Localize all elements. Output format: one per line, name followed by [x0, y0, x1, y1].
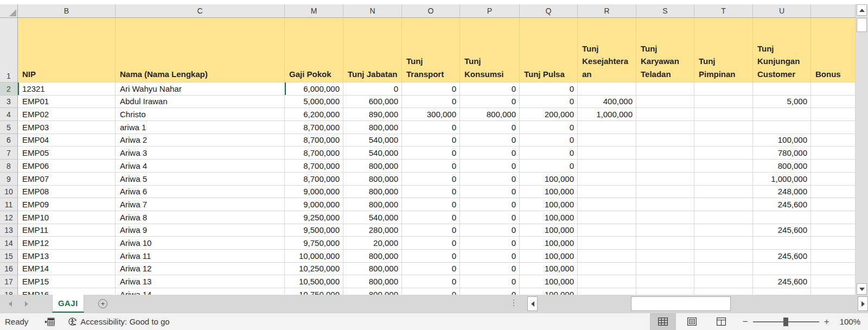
- cell-B5[interactable]: EMP03: [18, 121, 116, 134]
- column-header-Q[interactable]: Q: [520, 4, 578, 18]
- cell-R5[interactable]: [578, 121, 636, 134]
- cell-P14[interactable]: 0: [460, 237, 520, 250]
- cell-B4[interactable]: EMP02: [18, 108, 116, 121]
- scroll-right-button[interactable]: [858, 296, 868, 311]
- cell-V4[interactable]: [811, 108, 856, 121]
- cell-R10[interactable]: [578, 186, 636, 199]
- cell-Q12[interactable]: 100,000: [520, 211, 578, 224]
- cell-T9[interactable]: [694, 173, 753, 186]
- column-header-C[interactable]: C: [116, 4, 285, 18]
- cell-P13[interactable]: 0: [460, 224, 520, 237]
- cell-P8[interactable]: 0: [460, 160, 520, 173]
- cell-C14[interactable]: Ariwa 10: [116, 237, 285, 250]
- row-header-2[interactable]: 2: [0, 82, 18, 96]
- cell-P6[interactable]: 0: [460, 134, 520, 147]
- cell-C10[interactable]: Ariwa 6: [116, 186, 285, 199]
- cell-S10[interactable]: [636, 186, 694, 199]
- row-header-8[interactable]: 8: [0, 160, 18, 173]
- cell-U1[interactable]: Tunj Kunjungan Customer: [753, 18, 811, 82]
- cell-O13[interactable]: 0: [402, 224, 460, 237]
- cell-C4[interactable]: Christo: [116, 108, 285, 121]
- cell-S5[interactable]: [636, 121, 694, 134]
- cell-N7[interactable]: 540,000: [343, 147, 402, 160]
- cell-V8[interactable]: [811, 160, 856, 173]
- cell-O3[interactable]: 0: [402, 96, 460, 109]
- cell-R1[interactable]: Tunj Kesejahteraan: [578, 18, 636, 82]
- column-header-S[interactable]: S: [636, 4, 694, 18]
- cell-P12[interactable]: 0: [460, 211, 520, 224]
- cell-R17[interactable]: [578, 275, 636, 288]
- cell-Q14[interactable]: 100,000: [520, 237, 578, 250]
- macro-record-button[interactable]: [44, 318, 55, 326]
- cell-B8[interactable]: EMP06: [18, 160, 116, 173]
- cell-M3[interactable]: 5,000,000: [285, 96, 343, 109]
- cell-N15[interactable]: 800,000: [343, 250, 402, 263]
- row-header-10[interactable]: 10: [0, 186, 18, 199]
- column-header-V[interactable]: [811, 4, 856, 18]
- cell-O15[interactable]: 0: [402, 250, 460, 263]
- cell-Q7[interactable]: 0: [520, 147, 578, 160]
- cell-Q1[interactable]: Tunj Pulsa: [520, 18, 578, 82]
- cell-T16[interactable]: [694, 263, 753, 276]
- select-all-button[interactable]: [0, 4, 18, 18]
- sheet-nav-next-icon[interactable]: [25, 301, 28, 307]
- accessibility-status[interactable]: Accessibility: Good to go: [68, 317, 169, 326]
- cell-V5[interactable]: [811, 121, 856, 134]
- cell-U2[interactable]: [753, 82, 811, 96]
- column-header-M[interactable]: M: [285, 4, 343, 18]
- cell-P15[interactable]: 0: [460, 250, 520, 263]
- cell-S12[interactable]: [636, 211, 694, 224]
- cell-S3[interactable]: [636, 96, 694, 109]
- cell-V11[interactable]: [811, 198, 856, 211]
- cell-N5[interactable]: 800,000: [343, 121, 402, 134]
- cell-B14[interactable]: EMP12: [18, 237, 116, 250]
- cell-R18[interactable]: [578, 288, 636, 295]
- cell-V13[interactable]: [811, 224, 856, 237]
- cell-V1[interactable]: Bonus: [811, 18, 856, 82]
- cell-Q9[interactable]: 100,000: [520, 173, 578, 186]
- cell-V12[interactable]: [811, 211, 856, 224]
- cell-T13[interactable]: [694, 224, 753, 237]
- cell-Q8[interactable]: 0: [520, 160, 578, 173]
- cell-C17[interactable]: Ariwa 13: [116, 275, 285, 288]
- row-header-1[interactable]: 1: [0, 18, 18, 82]
- cell-U5[interactable]: [753, 121, 811, 134]
- cell-N14[interactable]: 20,000: [343, 237, 402, 250]
- column-header-B[interactable]: B: [18, 4, 116, 18]
- cell-U8[interactable]: 800,000: [753, 160, 811, 173]
- cell-C8[interactable]: Ariwa 4: [116, 160, 285, 173]
- scroll-left-button[interactable]: [527, 296, 538, 311]
- scroll-up-button[interactable]: [857, 4, 867, 16]
- cell-P10[interactable]: 0: [460, 186, 520, 199]
- cell-N18[interactable]: 800,000: [343, 288, 402, 295]
- cell-R7[interactable]: [578, 147, 636, 160]
- cell-R9[interactable]: [578, 173, 636, 186]
- cell-U7[interactable]: 780,000: [753, 147, 811, 160]
- cell-Q6[interactable]: 0: [520, 134, 578, 147]
- cell-S16[interactable]: [636, 263, 694, 276]
- cell-B6[interactable]: EMP04: [18, 134, 116, 147]
- cell-N2[interactable]: 0: [343, 82, 402, 96]
- cell-T1[interactable]: Tunj Pimpinan: [694, 18, 753, 82]
- cell-B10[interactable]: EMP08: [18, 186, 116, 199]
- cell-M13[interactable]: 9,500,000: [285, 224, 343, 237]
- cell-S13[interactable]: [636, 224, 694, 237]
- cell-M16[interactable]: 10,250,000: [285, 263, 343, 276]
- cell-C18[interactable]: Ariwa 14: [116, 288, 285, 295]
- zoom-slider-thumb[interactable]: [783, 318, 788, 326]
- cell-U4[interactable]: [753, 108, 811, 121]
- normal-view-button[interactable]: [650, 313, 676, 330]
- cell-U12[interactable]: [753, 211, 811, 224]
- cell-S15[interactable]: [636, 250, 694, 263]
- cell-C13[interactable]: Ariwa 9: [116, 224, 285, 237]
- cell-R14[interactable]: [578, 237, 636, 250]
- cell-U6[interactable]: 100,000: [753, 134, 811, 147]
- horizontal-scrollbar-thumb[interactable]: [631, 296, 731, 311]
- cell-R8[interactable]: [578, 160, 636, 173]
- cell-R15[interactable]: [578, 250, 636, 263]
- cell-R6[interactable]: [578, 134, 636, 147]
- cell-M11[interactable]: 9,000,000: [285, 198, 343, 211]
- cell-M5[interactable]: 8,700,000: [285, 121, 343, 134]
- cell-O5[interactable]: 0: [402, 121, 460, 134]
- cell-R4[interactable]: 1,000,000: [578, 108, 636, 121]
